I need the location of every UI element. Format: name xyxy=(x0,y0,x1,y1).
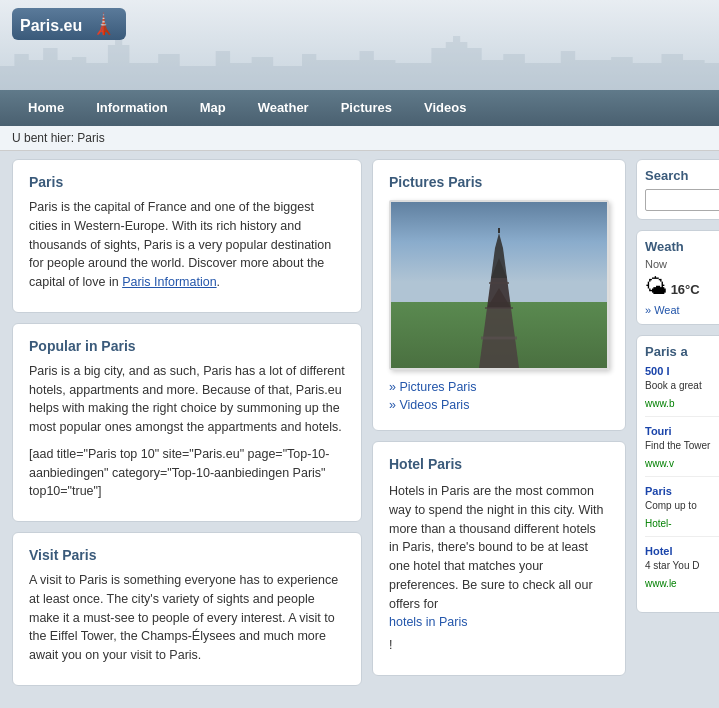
ad-3-desc: Comp up to xyxy=(645,499,719,513)
hotel-para: Hotels in Paris are the most common way … xyxy=(389,482,609,655)
ad-2-link[interactable]: Touri xyxy=(645,425,719,437)
ad-item-3: Paris Comp up to Hotel- xyxy=(645,485,719,537)
ad-3-link[interactable]: Paris xyxy=(645,485,719,497)
ad-item-2: Touri Find the Tower www.v xyxy=(645,425,719,477)
hotels-paris-link[interactable]: hotels in Paris xyxy=(389,613,609,632)
main-container: Paris Paris is the capital of France and… xyxy=(0,151,719,708)
nav-pictures[interactable]: Pictures xyxy=(325,90,408,126)
ad-4-link[interactable]: Hotel xyxy=(645,545,719,557)
ad-item-4: Hotel 4 star You D www.le xyxy=(645,545,719,596)
pictures-paris-link[interactable]: Pictures Paris xyxy=(389,380,609,394)
ads-box: Paris a 500 I Book a great www.b Touri F… xyxy=(636,335,719,613)
ad-4-url: www.le xyxy=(645,578,677,589)
ad-4-desc: 4 star You D xyxy=(645,559,719,573)
breadcrumb: U bent hier: Paris xyxy=(0,126,719,151)
svg-marker-2 xyxy=(491,233,507,278)
search-title: Search xyxy=(645,168,719,183)
header: Paris.eu 🗼 xyxy=(0,0,719,90)
eiffel-image xyxy=(389,200,609,370)
nav-home[interactable]: Home xyxy=(12,90,80,126)
ad-2-url: www.v xyxy=(645,458,674,469)
pictures-title: Pictures Paris xyxy=(389,174,609,190)
nav-information[interactable]: Information xyxy=(80,90,184,126)
nav-weather[interactable]: Weather xyxy=(242,90,325,126)
middle-column: Pictures Paris xyxy=(372,159,626,708)
weather-icon-row: 🌤 16°C xyxy=(645,274,719,300)
ads-title: Paris a xyxy=(645,344,719,359)
popular-box: Popular in Paris Paris is a big city, an… xyxy=(12,323,362,522)
weather-sun-icon: 🌤 xyxy=(645,274,667,300)
search-input[interactable] xyxy=(645,189,719,211)
popular-para: Paris is a big city, and as such, Paris … xyxy=(29,362,345,437)
weather-now-label: Now xyxy=(645,258,719,270)
breadcrumb-text: U bent hier: Paris xyxy=(12,131,105,145)
logo-text: Paris.eu xyxy=(20,17,82,34)
left-column: Paris Paris is the capital of France and… xyxy=(12,159,362,708)
aad-block: [aad title="Paris top 10" site="Paris.eu… xyxy=(29,445,345,501)
ad-1-desc: Book a great xyxy=(645,379,719,393)
weather-temp: 16°C xyxy=(671,282,700,297)
ad-item-1: 500 I Book a great www.b xyxy=(645,365,719,417)
ad-2-desc: Find the Tower xyxy=(645,439,719,453)
weather-title: Weath xyxy=(645,239,719,254)
ad-1-link[interactable]: 500 I xyxy=(645,365,719,377)
paris-intro-title: Paris xyxy=(29,174,345,190)
paris-intro-box: Paris Paris is the capital of France and… xyxy=(12,159,362,313)
ad-1-url: www.b xyxy=(645,398,674,409)
ad-3-url: Hotel- xyxy=(645,518,672,529)
weather-box: Weath Now 🌤 16°C » Weat xyxy=(636,230,719,325)
right-column: Search Weath Now 🌤 16°C » Weat Paris a 5… xyxy=(636,159,719,708)
weather-more-link[interactable]: » Weat xyxy=(645,304,719,316)
eiffel-svg xyxy=(459,228,539,368)
search-box: Search xyxy=(636,159,719,220)
picture-links: Pictures Paris Videos Paris xyxy=(389,380,609,412)
navigation: Home Information Map Weather Pictures Vi… xyxy=(0,90,719,126)
paris-info-link[interactable]: Paris Information xyxy=(122,275,216,289)
eiffel-tower-icon: 🗼 xyxy=(91,13,116,35)
visit-box: Visit Paris A visit to Paris is somethin… xyxy=(12,532,362,686)
popular-title: Popular in Paris xyxy=(29,338,345,354)
nav-map[interactable]: Map xyxy=(184,90,242,126)
nav-videos[interactable]: Videos xyxy=(408,90,482,126)
logo[interactable]: Paris.eu 🗼 xyxy=(12,8,126,40)
hotel-box: Hotel Paris Hotels in Paris are the most… xyxy=(372,441,626,676)
pictures-box: Pictures Paris xyxy=(372,159,626,431)
videos-paris-link[interactable]: Videos Paris xyxy=(389,398,609,412)
paris-intro-para1: Paris is the capital of France and one o… xyxy=(29,198,345,292)
visit-title: Visit Paris xyxy=(29,547,345,563)
visit-para: A visit to Paris is something everyone h… xyxy=(29,571,345,665)
hotel-title: Hotel Paris xyxy=(389,456,609,472)
